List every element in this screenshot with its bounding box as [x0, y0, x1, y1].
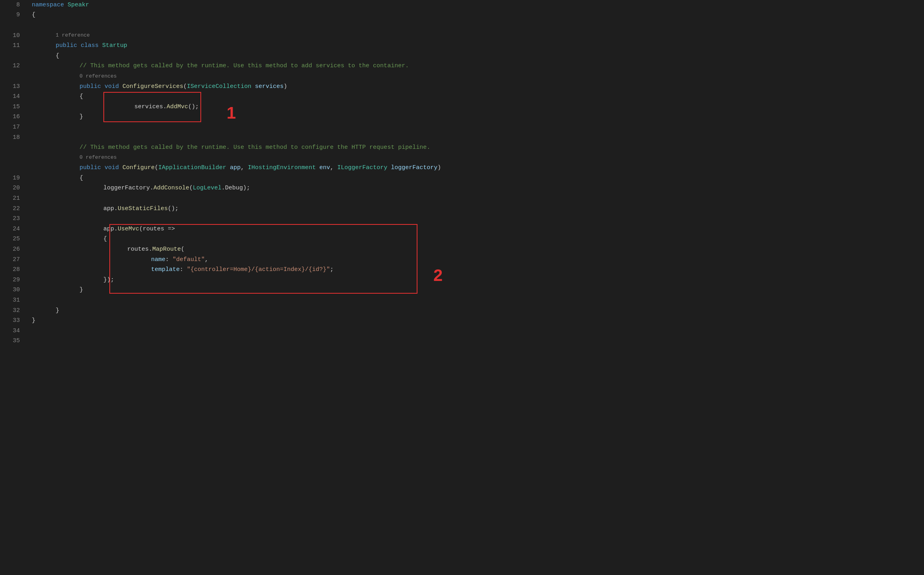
- class-startup: Startup: [102, 41, 127, 51]
- code-line-17: [32, 122, 924, 133]
- keyword-namespace: namespace: [32, 0, 64, 10]
- ln-13-ref: [8, 71, 20, 82]
- code-line-13: public void ConfigureServices ( IService…: [32, 82, 924, 92]
- ln-16: 16: [8, 112, 20, 123]
- ln-13: 13: [8, 82, 20, 92]
- ln-20: 20: [8, 183, 20, 194]
- code-line-15: services.AddMvc(); 1: [32, 102, 924, 112]
- ln-24: 24: [8, 224, 20, 234]
- namespace-speakr: Speakr: [68, 0, 89, 10]
- ln-26: 26: [8, 244, 20, 255]
- kw-class: class: [81, 41, 99, 51]
- ln-12-comment: [8, 51, 20, 61]
- code-line-18: [32, 133, 924, 143]
- ln-31: 31: [8, 295, 20, 306]
- code-line-8: namespace Speakr: [32, 0, 924, 10]
- ln-33: 33: [8, 316, 20, 326]
- ln-blank-b: [8, 142, 20, 153]
- code-line-28: routes.MapRoute(: [32, 244, 924, 255]
- ln-28: 28: [8, 265, 20, 275]
- ln-23: 23: [8, 214, 20, 224]
- ln-blank-a: [8, 20, 20, 31]
- code-line-23: [32, 193, 924, 204]
- kw-public: public: [56, 41, 77, 51]
- code-line-12-comment: // This method gets called by the runtim…: [32, 61, 924, 72]
- code-line-30: template: "{controller=Home}/{action=Ind…: [32, 265, 924, 275]
- code-line-31: });: [32, 275, 924, 285]
- ln-30: 30: [8, 285, 20, 296]
- code-line-26: app.UseMvc(routes =>: [32, 224, 924, 234]
- ln-9: 9: [8, 10, 20, 21]
- ln-12: 12: [8, 61, 20, 72]
- reference-label-1: 1 reference: [56, 31, 90, 40]
- code-line-33: [32, 295, 924, 306]
- ln-10: 10: [8, 31, 20, 41]
- code-line-0ref-2: 0 references: [32, 153, 924, 163]
- ln-34: 34: [8, 326, 20, 336]
- method-configure: Configure: [122, 163, 155, 173]
- code-line-blank-a: [32, 20, 924, 31]
- ln-15: 15: [8, 102, 20, 112]
- comment-configure: // This method gets called by the runtim…: [80, 143, 430, 152]
- ln-21: 21: [8, 193, 20, 204]
- code-line-35: }: [32, 316, 924, 326]
- ln-27: 27: [8, 255, 20, 265]
- annotation-section-2: 2 app.UseMvc(routes => { routes.MapRoute…: [32, 224, 924, 285]
- code-line-ref1: 1 reference: [32, 31, 924, 41]
- ln-19-ref: [8, 163, 20, 173]
- code-line-9: {: [32, 10, 924, 21]
- badge-1: 1: [227, 99, 236, 126]
- code-line-19-comment: // This method gets called by the runtim…: [32, 142, 924, 153]
- comment-configure-services: // This method gets called by the runtim…: [80, 61, 409, 71]
- code-editor: 8 9 10 11 12 13 14 15 16 17 18 19 20 21 …: [0, 0, 924, 575]
- ln-17: 17: [8, 122, 20, 133]
- code-line-29: name: "default",: [32, 255, 924, 265]
- code-line-0ref-1: 0 references: [32, 71, 924, 82]
- line-numbers: 8 9 10 11 12 13 14 15 16 17 18 19 20 21 …: [0, 0, 28, 575]
- ln-18: 18: [8, 133, 20, 143]
- code-line-24: app.UseStaticFiles();: [32, 204, 924, 214]
- badge-2: 2: [433, 262, 443, 288]
- ln-19: 19: [8, 173, 20, 183]
- ln-32: 32: [8, 306, 20, 316]
- ln-8: 8: [8, 0, 20, 10]
- code-line-25: [32, 214, 924, 224]
- zero-reference-1: 0 references: [80, 72, 117, 81]
- code-line-16: }: [32, 112, 924, 123]
- ln-29: 29: [8, 275, 20, 285]
- code-line-22: loggerFactory.AddConsole(LogLevel.Debug)…: [32, 183, 924, 194]
- ln-25: 25: [8, 234, 20, 245]
- code-line-20: public void Configure ( IApplicationBuil…: [32, 163, 924, 173]
- ln-22: 22: [8, 204, 20, 214]
- code-line-32: }: [32, 285, 924, 296]
- ln-19-comment: [8, 153, 20, 163]
- code-line-21: {: [32, 173, 924, 183]
- zero-reference-2: 0 references: [80, 154, 117, 162]
- ln-14: 14: [8, 92, 20, 102]
- code-line-11: {: [32, 51, 924, 61]
- code-line-34: }: [32, 306, 924, 316]
- code-content: namespace Speakr { 1 reference public cl…: [28, 0, 924, 575]
- code-line-27: {: [32, 234, 924, 245]
- ln-35: 35: [8, 336, 20, 347]
- code-line-10: public class Startup: [32, 41, 924, 51]
- ln-11: 11: [8, 41, 20, 51]
- method-configure-services: ConfigureServices: [122, 82, 183, 92]
